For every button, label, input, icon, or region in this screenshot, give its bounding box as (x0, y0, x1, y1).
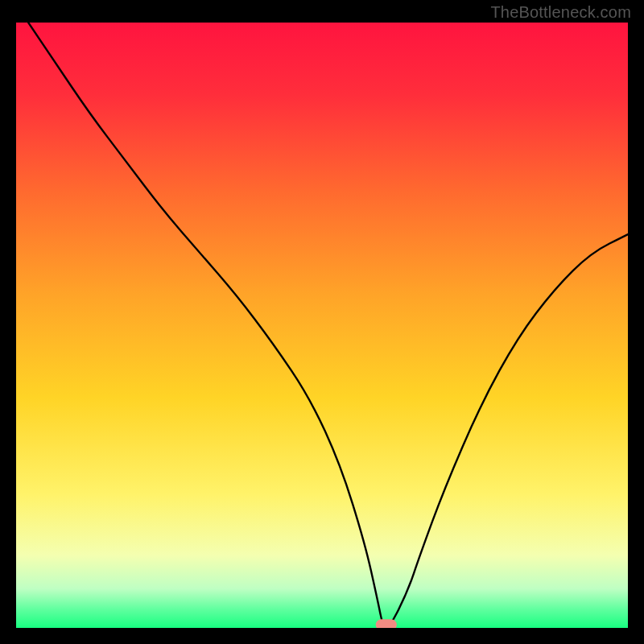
plot-frame (16, 23, 628, 628)
bottleneck-chart (16, 23, 628, 628)
gradient-background (16, 23, 628, 628)
watermark-text: TheBottleneck.com (490, 3, 631, 22)
chart-container: TheBottleneck.com (0, 0, 644, 644)
optimal-point-marker (376, 619, 397, 628)
